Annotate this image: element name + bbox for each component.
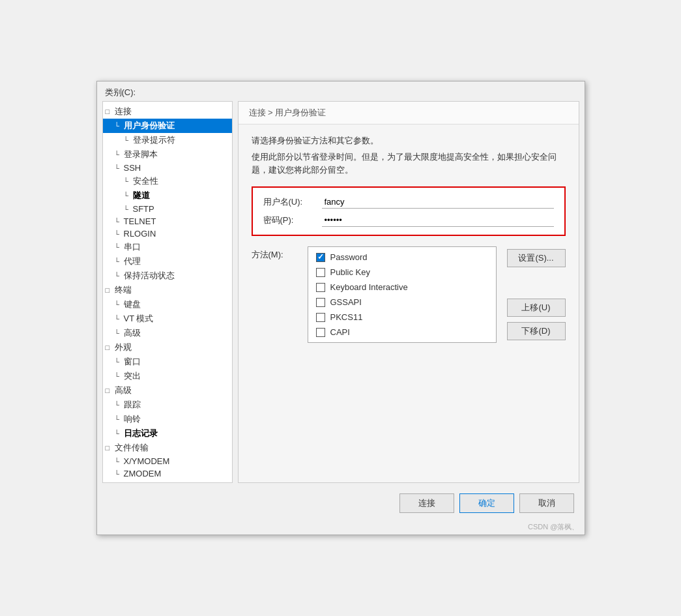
tree-item[interactable]: └ 登录提示符 — [103, 133, 232, 147]
tree-expander-icon: └ — [115, 430, 124, 437]
method-item-label: Password — [330, 252, 368, 262]
tree-item[interactable]: └ 安全性 — [103, 174, 232, 188]
tree-item[interactable]: □ 终端 — [103, 283, 232, 297]
category-tree[interactable]: □ 连接 └ 用户身份验证 └ 登录提示符 └ 登录脚本└ SSH └ 安全性 … — [102, 101, 233, 483]
main-panel: 连接 > 用户身份验证 请选择身份验证方法和其它参数。 使用此部分以节省登录时间… — [238, 101, 579, 483]
tree-item-label: 登录提示符 — [133, 135, 175, 145]
method-item[interactable]: Public Key — [316, 267, 488, 277]
password-label: 密码(P): — [263, 214, 322, 226]
tree-expander-icon: └ — [124, 205, 133, 213]
tree-item-label: 终端 — [115, 285, 132, 295]
tree-item-label: 外观 — [115, 342, 132, 352]
main-dialog: 类别(C): □ 连接 └ 用户身份验证 └ 登录提示符 └ 登录脚本└ SSH… — [96, 81, 585, 535]
tree-item[interactable]: └ RLOGIN — [103, 227, 232, 240]
method-item[interactable]: PKCS11 — [316, 312, 488, 322]
method-action-buttons: 设置(S)... 上移(U) 下移(D) — [507, 246, 566, 340]
tree-expander-icon: └ — [115, 372, 124, 380]
method-item[interactable]: GSSAPI — [316, 297, 488, 307]
method-item[interactable]: CAPI — [316, 327, 488, 337]
tree-expander-icon: └ — [115, 415, 124, 423]
method-label: 方法(M): — [252, 246, 297, 261]
tree-item[interactable]: └ 代理 — [103, 254, 232, 269]
tree-item[interactable]: □ 文件传输 — [103, 441, 232, 455]
method-item-label: PKCS11 — [330, 312, 363, 322]
tree-expander-icon: └ — [115, 358, 124, 366]
tree-item[interactable]: └ 响铃 — [103, 412, 232, 426]
tree-item-label: 高级 — [124, 328, 141, 338]
tree-item[interactable]: └ SFTP — [103, 203, 232, 215]
tree-item-label: SSH — [124, 163, 141, 173]
tree-expander-icon: └ — [115, 315, 124, 323]
username-label: 用户名(U): — [263, 196, 322, 208]
tree-item[interactable]: □ 高级 — [103, 383, 232, 398]
connect-button[interactable]: 连接 — [399, 493, 454, 513]
tree-item[interactable]: └ 键盘 — [103, 297, 232, 312]
tree-expander-icon: └ — [115, 230, 124, 238]
tree-expander-icon: □ — [106, 444, 115, 452]
tree-item-label: 用户身份验证 — [124, 121, 175, 130]
tree-item[interactable]: □ 外观 — [103, 340, 232, 355]
tree-item[interactable]: └ X/YMODEM — [103, 455, 232, 467]
tree-item[interactable]: └ 隧道 — [103, 188, 232, 203]
password-input[interactable] — [322, 214, 554, 227]
tree-expander-icon: └ — [115, 470, 124, 478]
move-up-button[interactable]: 上移(U) — [507, 299, 566, 317]
method-item-label: GSSAPI — [330, 297, 362, 307]
tree-expander-icon: └ — [115, 272, 124, 280]
tree-item-label: X/YMODEM — [124, 456, 170, 466]
method-checkbox[interactable] — [316, 283, 325, 292]
tree-item-label: 登录脚本 — [124, 149, 158, 159]
tree-expander-icon: └ — [115, 301, 124, 308]
settings-button[interactable]: 设置(S)... — [507, 249, 566, 267]
tree-item-label: 突出 — [124, 371, 141, 381]
tree-item-label: 键盘 — [124, 299, 141, 309]
tree-item-label: 连接 — [115, 106, 132, 116]
tree-expander-icon: └ — [115, 218, 124, 226]
tree-expander-icon: └ — [124, 192, 133, 199]
tree-expander-icon: □ — [106, 387, 115, 394]
tree-item[interactable]: └ 日志记录 — [103, 426, 232, 441]
tree-item[interactable]: └ 用户身份验证 — [103, 119, 232, 133]
tree-item-label: 保持活动状态 — [124, 271, 175, 280]
tree-expander-icon: └ — [115, 401, 124, 409]
credentials-box: 用户名(U): 密码(P): — [252, 186, 566, 236]
method-item[interactable]: Keyboard Interactive — [316, 282, 488, 292]
ok-button[interactable]: 确定 — [459, 493, 514, 513]
tree-item[interactable]: └ ZMODEM — [103, 467, 232, 480]
method-item-label: Keyboard Interactive — [330, 282, 408, 292]
method-checkbox[interactable] — [316, 298, 325, 307]
tree-expander-icon: └ — [115, 151, 124, 158]
tree-item[interactable]: └ 跟踪 — [103, 398, 232, 412]
tree-expander-icon: └ — [124, 177, 133, 185]
method-item[interactable]: Password — [316, 252, 488, 262]
cancel-button[interactable]: 取消 — [519, 493, 574, 513]
username-input[interactable] — [322, 196, 554, 209]
method-section: 方法(M): Password Public Key Keyboard Inte… — [252, 246, 566, 343]
tree-item[interactable]: □ 连接 — [103, 104, 232, 119]
tree-item[interactable]: └ 突出 — [103, 369, 232, 383]
tree-item[interactable]: └ 串口 — [103, 240, 232, 254]
tree-item-label: VT 模式 — [124, 314, 154, 323]
tree-item[interactable]: └ TELNET — [103, 215, 232, 227]
tree-item[interactable]: └ 登录脚本 — [103, 147, 232, 162]
tree-item-label: 安全性 — [133, 176, 158, 186]
breadcrumb: 连接 > 用户身份验证 — [239, 102, 579, 125]
tree-item[interactable]: └ 窗口 — [103, 355, 232, 369]
tree-item-label: 高级 — [115, 385, 132, 395]
method-checkbox[interactable] — [316, 268, 325, 277]
category-label: 类别(C): — [97, 81, 585, 101]
method-item-label: Public Key — [330, 267, 370, 277]
tree-item-label: 隧道 — [133, 190, 150, 200]
tree-item-label: 代理 — [124, 256, 141, 266]
method-list: Password Public Key Keyboard Interactive… — [308, 246, 497, 343]
tree-expander-icon: └ — [115, 257, 124, 265]
tree-item[interactable]: └ VT 模式 — [103, 312, 232, 326]
method-checkbox[interactable] — [316, 253, 325, 262]
method-checkbox[interactable] — [316, 328, 325, 337]
tree-item[interactable]: └ 保持活动状态 — [103, 269, 232, 283]
method-checkbox[interactable] — [316, 313, 325, 322]
tree-item-label: ZMODEM — [124, 469, 162, 478]
tree-item[interactable]: └ SSH — [103, 162, 232, 174]
move-down-button[interactable]: 下移(D) — [507, 322, 566, 340]
tree-item[interactable]: └ 高级 — [103, 326, 232, 340]
